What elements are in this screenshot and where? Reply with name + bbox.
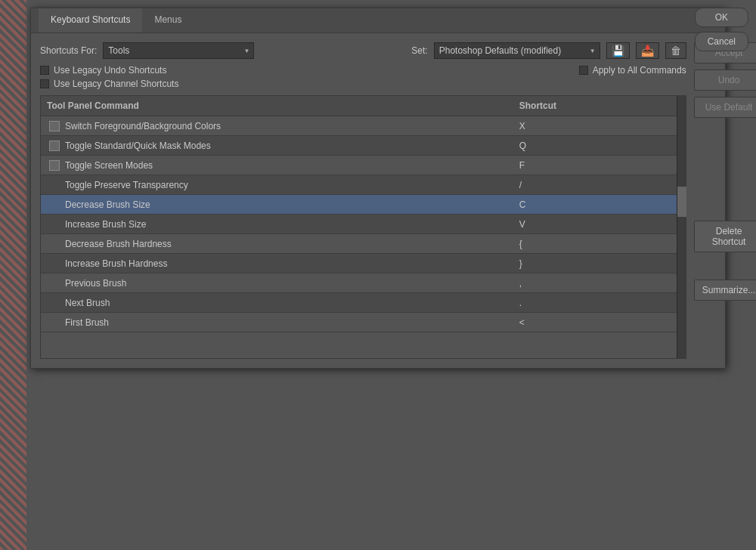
- tool-icon-img: [49, 160, 60, 171]
- row-command: Next Brush: [65, 298, 519, 308]
- row-icon: [47, 159, 62, 171]
- row-command: Toggle Screen Modes: [65, 160, 519, 171]
- checkboxes-row: Use Legacy Undo Shortcuts Use Legacy Cha…: [40, 65, 178, 89]
- row-shortcut: <: [519, 317, 671, 328]
- use-legacy-undo-checkbox[interactable]: [40, 66, 49, 75]
- row-command: Toggle Standard/Quick Mask Modes: [65, 141, 519, 151]
- row-shortcut: F: [519, 160, 671, 171]
- shortcuts-table-container: Tool Panel Command Shortcut Switch Foreg…: [40, 95, 686, 359]
- table-body[interactable]: Switch Foreground/Background ColorsXTogg…: [41, 116, 677, 358]
- scrollbar-thumb[interactable]: [677, 187, 686, 217]
- set-dropdown-wrapper: Photoshop Defaults (modified) Photoshop …: [434, 42, 600, 59]
- row-shortcut: C: [519, 199, 671, 210]
- table-row[interactable]: Switch Foreground/Background ColorsX: [41, 116, 677, 136]
- row-command: First Brush: [65, 317, 519, 328]
- row-shortcut: .: [519, 298, 671, 308]
- row-command: Switch Foreground/Background Colors: [65, 121, 519, 131]
- table-row[interactable]: Next Brush.: [41, 293, 677, 313]
- use-legacy-undo-text: Use Legacy Undo Shortcuts: [54, 65, 166, 76]
- table-row[interactable]: Toggle Preserve Transparency/: [41, 175, 677, 195]
- set-label: Set:: [411, 45, 427, 56]
- row-icon: [47, 140, 62, 152]
- set-select[interactable]: Photoshop Defaults (modified) Photoshop …: [434, 42, 600, 59]
- row-command: Toggle Preserve Transparency: [65, 180, 519, 190]
- use-legacy-channel-label[interactable]: Use Legacy Channel Shortcuts: [40, 79, 178, 89]
- use-default-button[interactable]: Use Default: [694, 97, 756, 118]
- row-shortcut: ,: [519, 278, 671, 289]
- table-inner: Tool Panel Command Shortcut Switch Foreg…: [41, 96, 677, 358]
- table-row[interactable]: Increase Brush SizeV: [41, 215, 677, 234]
- use-legacy-undo-label[interactable]: Use Legacy Undo Shortcuts: [40, 65, 178, 76]
- tabs-row: Keyboard Shortcuts Menus: [31, 8, 725, 33]
- row-shortcut: Q: [519, 141, 671, 151]
- table-header: Tool Panel Command Shortcut: [41, 96, 677, 116]
- row-icon-placeholder: [47, 179, 62, 191]
- row-command: Increase Brush Size: [65, 219, 519, 230]
- row-icon-placeholder: [47, 218, 62, 230]
- row-command: Increase Brush Hardness: [65, 258, 519, 269]
- scrollbar-track[interactable]: [677, 96, 686, 358]
- dialog-body: Shortcuts For: Tools Application Menus P…: [31, 33, 725, 368]
- tool-icon-img: [49, 121, 60, 131]
- ok-button[interactable]: OK: [695, 8, 748, 27]
- top-right-buttons: OK Cancel: [695, 8, 748, 51]
- row-icon-placeholder: [47, 277, 62, 289]
- row-icon-placeholder: [47, 317, 62, 329]
- row-icon-placeholder: [47, 258, 62, 270]
- row-shortcut: }: [519, 258, 671, 269]
- table-row[interactable]: Previous Brush,: [41, 273, 677, 293]
- right-panel: Accept Undo Use Default Delete Shortcut …: [694, 42, 756, 359]
- use-legacy-channel-text: Use Legacy Channel Shortcuts: [54, 79, 178, 89]
- row-shortcut: X: [519, 121, 671, 131]
- row-icon-placeholder: [47, 199, 62, 211]
- table-row[interactable]: Toggle Screen ModesF: [41, 156, 677, 175]
- undo-button[interactable]: Undo: [694, 70, 756, 91]
- tool-icon-img: [49, 141, 60, 151]
- use-legacy-channel-checkbox[interactable]: [40, 79, 49, 88]
- table-row[interactable]: Decrease Brush Hardness{: [41, 234, 677, 254]
- col-command-header: Tool Panel Command: [47, 100, 519, 111]
- delete-set-button[interactable]: 🗑: [665, 42, 686, 59]
- main-panel: Shortcuts For: Tools Application Menus P…: [40, 42, 686, 359]
- keyboard-shortcuts-dialog: Keyboard Shortcuts Menus Shortcuts For: …: [30, 8, 726, 369]
- row-command: Decrease Brush Size: [65, 199, 519, 210]
- table-row[interactable]: Increase Brush Hardness}: [41, 254, 677, 273]
- row-icon-placeholder: [47, 238, 62, 250]
- background-pattern: [0, 0, 26, 550]
- row-icon-placeholder: [47, 297, 62, 309]
- shortcuts-for-dropdown-wrapper: Tools Application Menus Panel Menus Task…: [103, 42, 254, 59]
- tab-keyboard-shortcuts[interactable]: Keyboard Shortcuts: [39, 8, 142, 32]
- row-icon: [47, 120, 62, 132]
- col-shortcut-header: Shortcut: [519, 100, 671, 111]
- apply-to-all-label: Apply to All Commands: [593, 65, 686, 76]
- row-command: Decrease Brush Hardness: [65, 239, 519, 249]
- table-row[interactable]: First Brush<: [41, 313, 677, 332]
- row-command: Previous Brush: [65, 278, 519, 289]
- delete-shortcut-button[interactable]: Delete Shortcut: [694, 221, 756, 252]
- table-row[interactable]: Toggle Standard/Quick Mask ModesQ: [41, 136, 677, 156]
- shortcuts-for-label: Shortcuts For:: [40, 45, 97, 56]
- second-row: Use Legacy Undo Shortcuts Use Legacy Cha…: [40, 65, 686, 89]
- save-as-set-button[interactable]: 📥: [636, 42, 659, 59]
- table-row[interactable]: Decrease Brush SizeC: [41, 195, 677, 215]
- row-shortcut: {: [519, 239, 671, 249]
- row-shortcut: V: [519, 219, 671, 230]
- row-shortcut: /: [519, 180, 671, 190]
- apply-row: Apply to All Commands: [579, 65, 686, 76]
- tab-menus[interactable]: Menus: [142, 8, 194, 32]
- save-set-button[interactable]: 💾: [606, 42, 630, 59]
- cancel-button[interactable]: Cancel: [695, 32, 748, 51]
- shortcuts-for-select[interactable]: Tools Application Menus Panel Menus Task…: [103, 42, 254, 59]
- apply-to-all-checkbox[interactable]: [579, 66, 588, 75]
- summarize-button[interactable]: Summarize...: [694, 280, 756, 301]
